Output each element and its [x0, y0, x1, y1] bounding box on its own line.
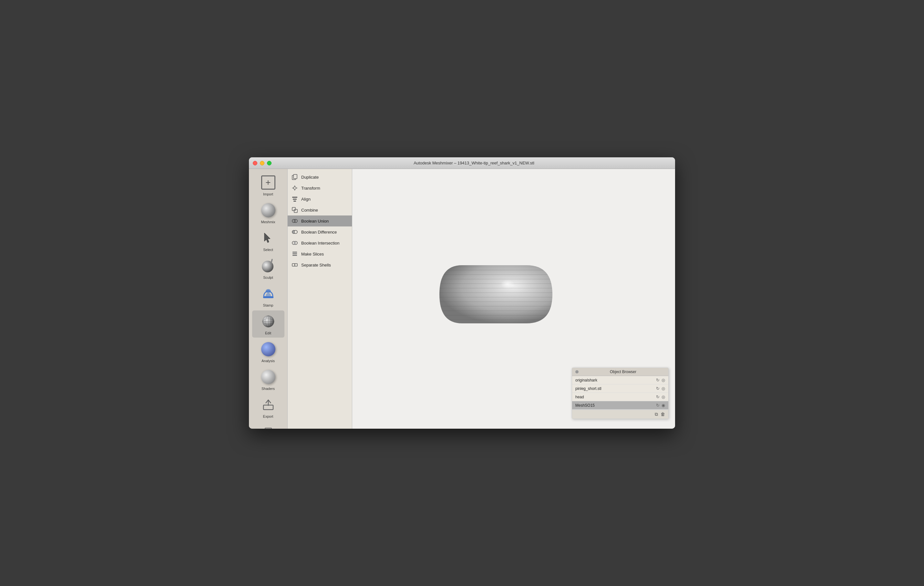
meshmix-icon-container — [260, 202, 277, 219]
svg-rect-4 — [263, 296, 274, 298]
svg-point-3 — [266, 289, 271, 293]
minimize-button[interactable] — [260, 161, 264, 166]
svg-rect-25 — [294, 200, 296, 202]
ob-name-pinleg: pinleg_short.stl — [575, 386, 656, 391]
ob-visibility-icon-originalshark[interactable]: ◎ — [662, 377, 665, 382]
bool-union-icon — [292, 218, 298, 224]
menu-item-transform[interactable]: Transform — [288, 182, 352, 194]
bool-inter-icon — [292, 240, 298, 246]
combine-icon — [292, 207, 298, 213]
svg-point-31 — [294, 230, 297, 233]
ob-visibility-icon-head[interactable]: ◎ — [662, 394, 665, 399]
meshmix-label: Meshmix — [261, 220, 275, 224]
ob-row-meshso15[interactable]: MeshSO15 ↻ ◉ — [572, 401, 668, 410]
ob-visibility-icon-meshso15[interactable]: ◉ — [662, 403, 665, 408]
sidebar-item-meshmix[interactable]: Meshmix — [252, 199, 284, 227]
sidebar-item-edit[interactable]: Edit — [252, 310, 284, 338]
bool-diff-icon — [292, 229, 298, 235]
svg-rect-34 — [292, 252, 297, 253]
sidebar-item-select[interactable]: Select — [252, 227, 284, 254]
svg-point-51 — [486, 273, 525, 299]
svg-point-29 — [294, 219, 297, 223]
ob-name-meshso15: MeshSO15 — [575, 403, 656, 408]
menu-item-duplicate[interactable]: Duplicate — [288, 172, 352, 182]
3d-object — [436, 249, 559, 339]
object-browser: Object Browser originalshark ↻ ◎ pinleg_… — [572, 367, 668, 419]
close-button[interactable] — [253, 161, 257, 166]
ob-actions-head: ↻ ◎ — [656, 394, 665, 399]
menu-item-align[interactable]: Align — [288, 194, 352, 205]
ob-row-pinleg[interactable]: pinleg_short.stl ↻ ◎ — [572, 384, 668, 393]
ob-row-head[interactable]: head ↻ ◎ — [572, 393, 668, 401]
analysis-icon-container — [260, 341, 277, 358]
viewport[interactable]: Object Browser originalshark ↻ ◎ pinleg_… — [352, 169, 675, 429]
stamp-label: Stamp — [263, 303, 274, 307]
align-icon — [292, 196, 298, 202]
ob-delete-icon[interactable]: 🗑 — [660, 412, 665, 417]
align-label: Align — [301, 197, 310, 202]
shells-icon — [292, 262, 298, 268]
ob-edit-icon-meshso15[interactable]: ↻ — [656, 403, 660, 408]
sidebar-item-analysis[interactable]: Analysis — [252, 338, 284, 365]
svg-rect-38 — [295, 263, 297, 266]
import-label: Import — [263, 192, 273, 196]
boolean-intersection-label: Boolean Intersection — [301, 241, 340, 245]
edit-sphere-icon — [261, 314, 276, 329]
ob-edit-icon-head[interactable]: ↻ — [656, 394, 660, 399]
edit-menu-panel: Duplicate Transform — [288, 169, 352, 429]
sidebar-item-shaders[interactable]: Shaders — [252, 366, 284, 393]
plus-icon: + — [261, 175, 276, 190]
svg-rect-24 — [293, 199, 297, 200]
ob-actions-originalshark: ↻ ◎ — [656, 377, 665, 382]
ob-name-originalshark: originalshark — [575, 378, 656, 382]
sidebar-item-print[interactable]: Print — [252, 422, 284, 429]
select-icon-container — [260, 230, 277, 247]
sculpt-label: Sculpt — [263, 276, 273, 280]
ob-visibility-icon-pinleg[interactable]: ◎ — [662, 386, 665, 391]
ob-row-originalshark[interactable]: originalshark ↻ ◎ — [572, 376, 668, 384]
ob-copy-icon[interactable]: ⧉ — [655, 412, 658, 417]
export-icon-container — [260, 396, 277, 413]
window-title: Autodesk Meshmixer – 19413_White-tip_ree… — [277, 161, 671, 166]
slices-icon — [292, 251, 298, 257]
stamp-icon — [261, 286, 276, 301]
svg-point-18 — [294, 187, 296, 189]
ob-status-dot — [575, 370, 579, 373]
sphere-icon — [261, 203, 276, 217]
sidebar-item-export[interactable]: Export — [252, 394, 284, 421]
print-icon — [261, 425, 276, 429]
sculpt-icon-container — [260, 257, 277, 274]
ob-actions-meshso15: ↻ ◉ — [656, 403, 665, 408]
application-window: Autodesk Meshmixer – 19413_White-tip_ree… — [249, 157, 675, 429]
3d-view: Object Browser originalshark ↻ ◎ pinleg_… — [352, 169, 675, 429]
boolean-union-label: Boolean Union — [301, 219, 329, 223]
sidebar-item-import[interactable]: + Import — [252, 172, 284, 199]
make-slices-label: Make Slices — [301, 252, 324, 257]
ob-footer: ⧉ 🗑 — [572, 410, 668, 419]
stamp-icon-container — [260, 285, 277, 302]
sidebar-item-stamp[interactable]: Stamp — [252, 283, 284, 310]
menu-item-make-slices[interactable]: Make Slices — [288, 248, 352, 260]
sidebar-item-sculpt[interactable]: Sculpt — [252, 255, 284, 282]
menu-item-boolean-union[interactable]: Boolean Union — [288, 215, 352, 227]
menu-item-separate-shells[interactable]: Separate Shells — [288, 260, 352, 270]
svg-rect-26 — [292, 207, 295, 210]
separate-shells-label: Separate Shells — [301, 263, 331, 268]
svg-marker-0 — [264, 233, 270, 243]
shaders-label: Shaders — [262, 387, 275, 391]
edit-label: Edit — [265, 331, 271, 335]
tool-sidebar: + Import Meshmix — [249, 169, 288, 429]
ob-title: Object Browser — [581, 369, 665, 374]
analysis-sphere-icon — [261, 342, 276, 356]
print-icon-container — [260, 424, 277, 429]
ob-edit-icon-originalshark[interactable]: ↻ — [656, 377, 660, 382]
svg-rect-36 — [292, 255, 297, 256]
menu-item-boolean-difference[interactable]: Boolean Difference — [288, 227, 352, 237]
edit-icon-container — [260, 313, 277, 330]
menu-item-boolean-intersection[interactable]: Boolean Intersection — [288, 237, 352, 248]
menu-item-combine[interactable]: Combine — [288, 205, 352, 215]
maximize-button[interactable] — [267, 161, 272, 166]
main-content: + Import Meshmix — [249, 169, 675, 429]
export-icon — [261, 398, 276, 412]
ob-edit-icon-pinleg[interactable]: ↻ — [656, 386, 660, 391]
